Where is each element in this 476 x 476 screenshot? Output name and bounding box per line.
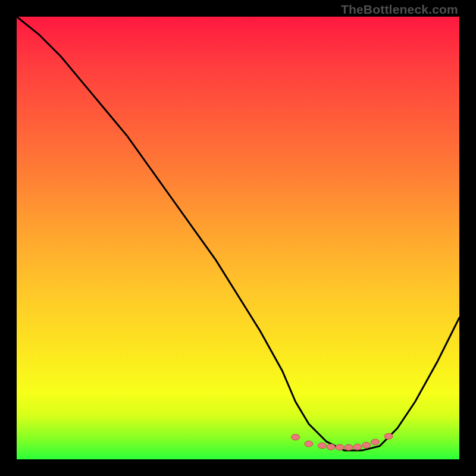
- curve-marker: [327, 444, 335, 450]
- curve-marker: [292, 434, 300, 440]
- curve-marker: [362, 442, 371, 448]
- curve-marker: [353, 444, 362, 450]
- bottleneck-curve: [17, 17, 459, 450]
- curve-marker: [305, 441, 313, 447]
- curve-marker: [318, 443, 326, 449]
- plot-area: [17, 17, 459, 459]
- curve-marker: [371, 439, 380, 445]
- curve-marker: [336, 444, 344, 450]
- curve-layer: [17, 17, 459, 459]
- curve-marker: [384, 433, 393, 439]
- curve-markers: [292, 433, 393, 450]
- curve-marker: [345, 444, 353, 450]
- watermark-text: TheBottleneck.com: [341, 2, 458, 17]
- chart-frame: TheBottleneck.com: [0, 0, 476, 476]
